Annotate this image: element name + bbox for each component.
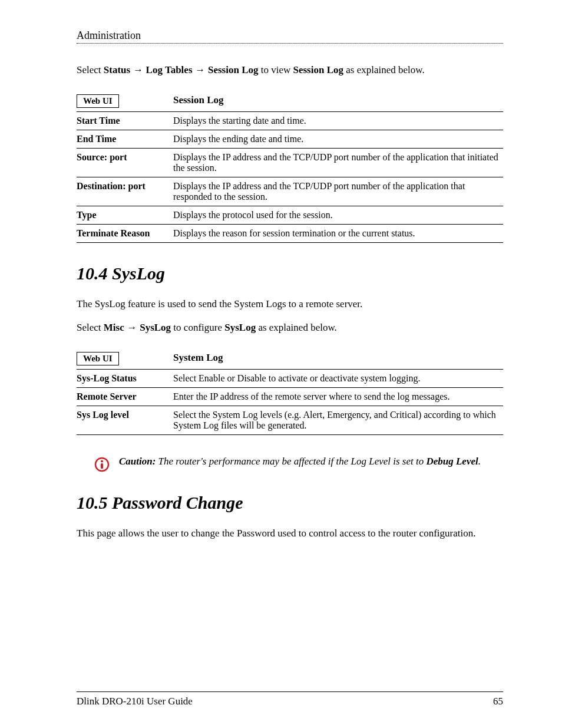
table-row: Sys Log levelSelect the System Log level… [77,406,503,435]
web-ui-label: Web UI [77,352,119,365]
password-intro: This page allows the user to change the … [77,528,503,539]
caution-note: Caution: The router's performance may be… [94,456,503,475]
table-header-row: Web UI System Log [77,348,503,370]
section-heading-syslog: 10.4 SysLog [77,263,503,284]
caution-label: Caution: [119,456,156,467]
syslog-intro: The SysLog feature is used to send the S… [77,298,503,310]
session-log-table: Web UI Session Log Start TimeDisplays th… [77,91,503,243]
svg-rect-2 [101,463,103,469]
page-header: Administration [77,29,503,44]
table-row: TypeDisplays the protocol used for the s… [77,206,503,225]
system-log-table: Web UI System Log Sys-Log StatusSelect E… [77,348,503,435]
table-row: Destination: portDisplays the IP address… [77,177,503,206]
table-row: Start TimeDisplays the starting date and… [77,112,503,130]
table-row: Source: portDisplays the IP address and … [77,149,503,177]
arrow-icon: → [193,64,208,75]
table-row: Sys-Log StatusSelect Enable or Disable t… [77,370,503,388]
table-row: Remote ServerEnter the IP address of the… [77,388,503,406]
svg-point-1 [101,460,103,463]
table-row: End TimeDisplays the ending date and tim… [77,130,503,149]
table-title: Session Log [173,91,503,112]
table-header-row: Web UI Session Log [77,91,503,112]
caution-icon [94,457,110,475]
section-heading-password: 10.5 Password Change [77,493,503,513]
arrow-icon: → [124,322,140,333]
table-title: System Log [173,348,503,370]
page-header-title: Administration [77,29,141,41]
web-ui-label: Web UI [77,94,119,108]
table-row: Terminate ReasonDisplays the reason for … [77,225,503,243]
syslog-nav-instruction: Select Misc → SysLog to configure SysLog… [77,322,503,334]
session-log-nav-instruction: Select Status → Log Tables → Session Log… [77,64,503,76]
arrow-icon: → [130,64,146,75]
